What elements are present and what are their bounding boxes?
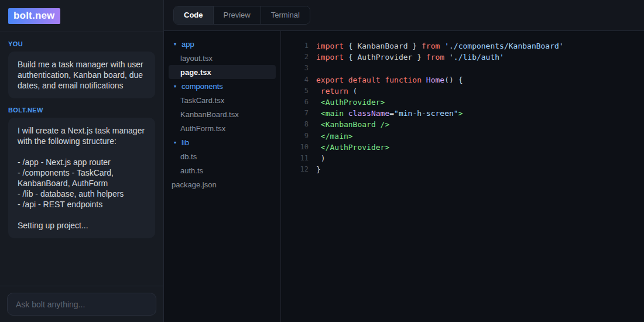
code-text: <AuthProvider>	[316, 97, 385, 108]
tree-item-label: app	[181, 40, 194, 49]
code-line: 5 return (	[281, 85, 644, 97]
tree-file-page.tsx[interactable]: page.tsx	[169, 65, 276, 79]
workspace-topbar: CodePreviewTerminal	[164, 0, 644, 31]
tree-item-label: package.json	[172, 180, 217, 189]
tree-file-db.ts[interactable]: db.ts	[164, 149, 280, 163]
tree-file-layout.tsx[interactable]: layout.tsx	[164, 51, 280, 65]
workspace-body: ▾applayout.tsxpage.tsx▾componentsTaskCar…	[164, 31, 644, 322]
code-text: import { KanbanBoard } from './component…	[316, 40, 564, 52]
line-number: 6	[281, 97, 309, 108]
code-text: import { AuthProvider } from './lib/auth…	[316, 52, 504, 63]
tree-folder-lib[interactable]: ▾lib	[164, 135, 280, 149]
tree-item-label: KanbanBoard.tsx	[180, 110, 239, 119]
tab-preview[interactable]: Preview	[214, 6, 261, 24]
bolt-logo: bolt.new	[8, 8, 60, 24]
chat-input-container	[0, 286, 163, 322]
tree-item-label: layout.tsx	[180, 54, 213, 63]
chat-message: YOUBuild me a task manager with user aut…	[8, 40, 155, 98]
chat-input[interactable]	[7, 293, 156, 316]
code-text: </main>	[316, 131, 353, 142]
tree-file-authform.tsx[interactable]: AuthForm.tsx	[164, 121, 280, 135]
code-line: 2import { AuthProvider } from './lib/aut…	[281, 52, 644, 63]
view-tabs: CodePreviewTerminal	[173, 6, 310, 25]
line-number: 8	[281, 119, 309, 130]
code-line: 6 <AuthProvider>	[281, 97, 644, 108]
code-line: 11 )	[281, 153, 644, 164]
file-tree: ▾applayout.tsxpage.tsx▾componentsTaskCar…	[164, 31, 281, 322]
line-number: 10	[281, 142, 309, 153]
tree-item-label: db.ts	[180, 152, 197, 161]
message-role-label: BOLT.NEW	[8, 107, 155, 114]
code-line: 4export default function Home() {	[281, 74, 644, 85]
tree-item-label: components	[181, 82, 223, 91]
line-number: 7	[281, 108, 309, 119]
tree-file-auth.ts[interactable]: auth.ts	[164, 163, 280, 177]
sidebar-header: bolt.new	[0, 0, 163, 32]
tree-file-taskcard.tsx[interactable]: TaskCard.tsx	[164, 93, 280, 107]
code-text: </AuthProvider>	[316, 142, 389, 153]
line-number: 5	[281, 85, 309, 97]
tree-item-label: lib	[181, 138, 189, 147]
app-root: bolt.new YOUBuild me a task manager with…	[0, 0, 644, 322]
code-line: 8 <KanbanBoard />	[281, 119, 644, 130]
chat-message: BOLT.NEWI will create a Next.js task man…	[8, 107, 155, 238]
message-bubble: I will create a Next.js task manager wit…	[8, 118, 155, 238]
code-line: 10 </AuthProvider>	[281, 142, 644, 153]
line-number: 1	[281, 40, 309, 52]
code-text: export default function Home() {	[316, 74, 463, 85]
tree-folder-app[interactable]: ▾app	[164, 37, 280, 51]
tree-file-package.json[interactable]: package.json	[164, 177, 280, 191]
line-number: 3	[281, 63, 309, 74]
chevron-down-icon: ▾	[174, 140, 181, 145]
code-text: return (	[316, 85, 357, 97]
tab-code[interactable]: Code	[174, 6, 214, 24]
message-bubble: Build me a task manager with user authen…	[8, 52, 155, 98]
chat-message-list: YOUBuild me a task manager with user aut…	[0, 32, 163, 286]
chevron-down-icon: ▾	[174, 84, 181, 89]
tree-file-kanbanboard.tsx[interactable]: KanbanBoard.tsx	[164, 107, 280, 121]
code-text: }	[316, 164, 321, 175]
code-line: 7 <main className="min-h-screen">	[281, 108, 644, 119]
line-number: 9	[281, 131, 309, 142]
code-line: 9 </main>	[281, 131, 644, 142]
code-line: 12}	[281, 164, 644, 175]
tree-item-label: TaskCard.tsx	[180, 96, 224, 105]
chevron-down-icon: ▾	[174, 42, 181, 47]
message-role-label: YOU	[8, 40, 155, 47]
code-line: 1import { KanbanBoard } from './componen…	[281, 40, 644, 52]
line-number: 11	[281, 153, 309, 164]
code-line: 3	[281, 63, 644, 74]
tree-item-label: AuthForm.tsx	[180, 124, 225, 133]
chat-sidebar: bolt.new YOUBuild me a task manager with…	[0, 0, 164, 322]
line-number: 12	[281, 164, 309, 175]
workspace: CodePreviewTerminal ▾applayout.tsxpage.t…	[164, 0, 644, 322]
code-text: )	[316, 153, 326, 164]
code-text: <KanbanBoard />	[316, 119, 389, 130]
tree-item-label: auth.ts	[180, 166, 203, 175]
tab-terminal[interactable]: Terminal	[261, 6, 310, 24]
code-editor[interactable]: 1import { KanbanBoard } from './componen…	[281, 31, 644, 322]
line-number: 2	[281, 52, 309, 63]
line-number: 4	[281, 74, 309, 85]
code-text: <main className="min-h-screen">	[316, 108, 463, 119]
tree-folder-components[interactable]: ▾components	[164, 79, 280, 93]
tree-item-label: page.tsx	[180, 68, 211, 77]
